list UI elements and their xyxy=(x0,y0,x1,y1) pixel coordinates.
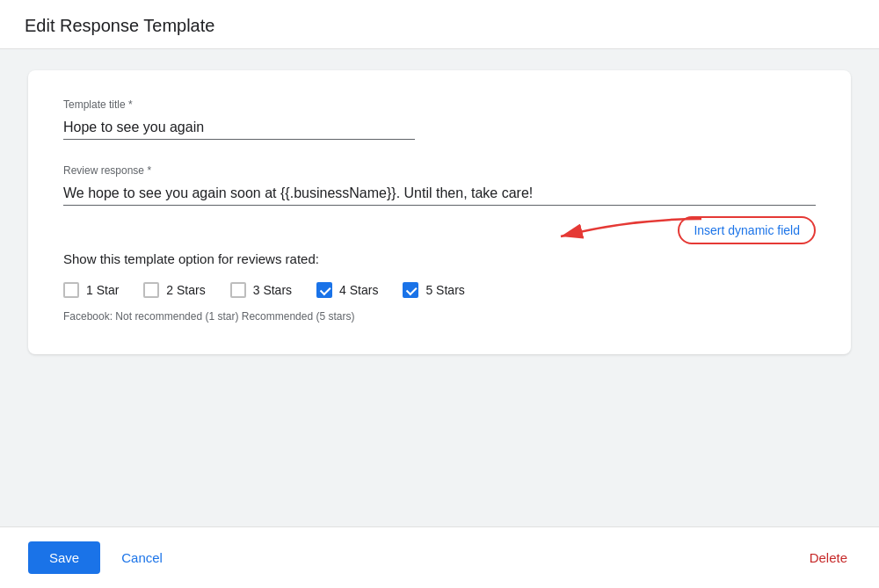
facebook-note: Facebook: Not recommended (1 star) Recom… xyxy=(63,310,816,323)
checkbox-1star-label: 1 Star xyxy=(86,283,119,297)
ratings-section: Show this template option for reviews ra… xyxy=(63,251,816,323)
page-wrapper: Edit Response Template Template title * … xyxy=(0,0,879,588)
checkbox-1star[interactable]: 1 Star xyxy=(63,282,119,298)
footer: Save Cancel Delete xyxy=(0,526,879,588)
checkbox-3stars-box[interactable] xyxy=(230,282,246,298)
insert-dynamic-field-button[interactable]: Insert dynamic field xyxy=(678,216,816,244)
checkbox-5stars-box[interactable] xyxy=(403,282,418,298)
checkbox-2stars-label: 2 Stars xyxy=(166,283,205,297)
template-title-label: Template title * xyxy=(63,98,816,111)
checkbox-4stars-label: 4 Stars xyxy=(339,283,378,297)
content-area: Template title * Review response * Inser… xyxy=(0,49,879,526)
checkbox-5stars[interactable]: 5 Stars xyxy=(403,282,464,298)
checkbox-2stars[interactable]: 2 Stars xyxy=(143,282,205,298)
review-response-group: Review response * Insert dynamic field xyxy=(63,164,816,206)
page-title: Edit Response Template xyxy=(25,16,214,35)
header: Edit Response Template xyxy=(0,0,879,49)
save-button[interactable]: Save xyxy=(28,541,100,574)
checkbox-1star-box[interactable] xyxy=(63,282,79,298)
checkbox-4stars-box[interactable] xyxy=(316,282,332,298)
checkbox-5stars-label: 5 Stars xyxy=(425,283,464,297)
template-title-input[interactable] xyxy=(63,116,415,140)
form-card: Template title * Review response * Inser… xyxy=(28,70,851,354)
review-response-input[interactable] xyxy=(63,182,816,206)
delete-button[interactable]: Delete xyxy=(806,541,851,574)
checkbox-4stars[interactable]: 4 Stars xyxy=(316,282,378,298)
review-response-label: Review response * xyxy=(63,164,816,177)
checkboxes-row: 1 Star 2 Stars 3 Stars 4 Stars xyxy=(63,282,816,298)
ratings-label: Show this template option for reviews ra… xyxy=(63,251,816,266)
checkbox-2stars-box[interactable] xyxy=(143,282,159,298)
checkbox-3stars[interactable]: 3 Stars xyxy=(230,282,292,298)
checkbox-3stars-label: 3 Stars xyxy=(253,283,292,297)
cancel-button[interactable]: Cancel xyxy=(118,541,166,574)
template-title-group: Template title * xyxy=(63,98,816,140)
